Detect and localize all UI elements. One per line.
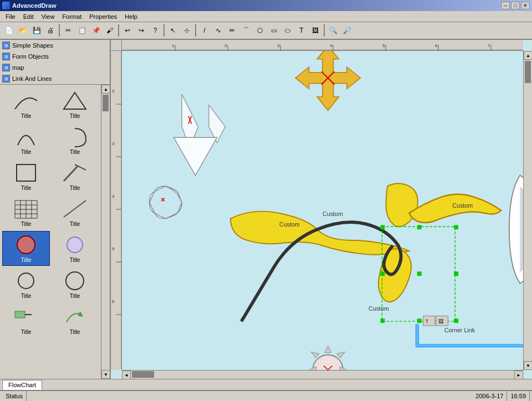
draw-line[interactable]: / xyxy=(198,24,211,37)
bottom-scroll-track xyxy=(131,371,514,379)
shape-cell-11[interactable]: Title xyxy=(2,267,50,302)
bottom-scrollbar[interactable]: ◄ ► xyxy=(122,370,523,379)
category-form-objects[interactable]: ⊞ Form Objects xyxy=(0,51,110,62)
cat-label-link: Link And Lines xyxy=(12,75,52,82)
shape-label-11: Title xyxy=(21,293,32,299)
shape-label-12: Title xyxy=(70,293,80,299)
menu-properties[interactable]: Properties xyxy=(86,12,120,21)
category-map[interactable]: ⊞ map xyxy=(0,62,110,73)
draw-curve[interactable]: ∿ xyxy=(212,24,225,37)
svg-rect-68 xyxy=(417,318,422,323)
shape-cell-3[interactable]: Title xyxy=(2,123,50,158)
tab-flowchart[interactable]: FlowChart xyxy=(2,380,42,390)
svg-text:T: T xyxy=(425,318,428,324)
shape-cell-5[interactable]: Title xyxy=(2,159,50,194)
shape-preview-9 xyxy=(12,234,40,256)
format-button[interactable]: 🖌 xyxy=(103,24,116,37)
print-button[interactable]: 🖨 xyxy=(44,24,57,37)
svg-text:5: 5 xyxy=(382,43,385,48)
scroll-bottom-left[interactable]: ◄ xyxy=(122,371,131,379)
redo-button[interactable]: ↪ xyxy=(135,24,148,37)
draw-arc[interactable]: ⌒ xyxy=(239,24,253,37)
menu-help[interactable]: Help xyxy=(121,12,141,21)
shape-preview-11 xyxy=(12,270,40,292)
draw-text[interactable]: T xyxy=(295,24,308,37)
shape-cell-6[interactable]: Title xyxy=(51,159,99,194)
zoom-out[interactable]: 🔎 xyxy=(340,24,354,37)
svg-text:3: 3 xyxy=(277,43,280,48)
ruler-top: 1 2 3 4 5 6 7 xyxy=(122,40,523,51)
draw-ellipse[interactable]: ⬭ xyxy=(281,24,294,37)
shape-preview-6 xyxy=(61,162,89,184)
shape-label-10: Title xyxy=(70,257,80,263)
copy-button[interactable]: 📋 xyxy=(75,24,89,37)
shape-label-13: Title xyxy=(21,329,32,335)
select-button[interactable]: ↖ xyxy=(166,24,180,37)
category-link-lines[interactable]: ⊞ Link And Lines xyxy=(0,73,110,84)
scroll-bottom-right[interactable]: ► xyxy=(514,371,523,379)
menu-file[interactable]: File xyxy=(2,12,19,21)
category-simple-shapes[interactable]: ⊞ Simple Shapes xyxy=(0,40,110,51)
scroll-down-btn[interactable]: ▼ xyxy=(101,370,110,379)
shape-cell-13[interactable]: Title xyxy=(2,303,50,338)
svg-text:🖼: 🖼 xyxy=(438,318,443,324)
shape-preview-7 xyxy=(12,198,40,220)
save-button[interactable]: 💾 xyxy=(30,24,43,37)
svg-text:7: 7 xyxy=(488,43,490,48)
svg-text:1: 1 xyxy=(172,43,175,48)
undo-button[interactable]: ↩ xyxy=(121,24,134,37)
svg-line-14 xyxy=(64,200,86,217)
cut-button[interactable]: ✂ xyxy=(62,24,75,37)
app-icon xyxy=(2,2,10,9)
shape-label-1: Title xyxy=(21,113,32,119)
menu-view[interactable]: View xyxy=(38,12,58,21)
draw-rect[interactable]: ▭ xyxy=(267,24,280,37)
open-button[interactable]: 📂 xyxy=(16,24,29,37)
right-scroll-thumb[interactable] xyxy=(525,61,531,83)
shape-cell-10[interactable]: Title xyxy=(51,231,99,266)
ruler-left: 2 3 4 5 6 xyxy=(111,51,122,370)
svg-point-16 xyxy=(67,237,83,253)
svg-text:Corner Link: Corner Link xyxy=(444,327,475,333)
canvas-area[interactable]: 1 2 3 4 5 6 7 2 3 xyxy=(111,40,532,379)
left-scrollbar[interactable]: ▲ ▼ xyxy=(101,85,110,379)
svg-rect-66 xyxy=(454,271,458,276)
shape-cell-1[interactable]: Title xyxy=(2,87,50,122)
maximize-button[interactable]: □ xyxy=(511,2,520,9)
close-button[interactable]: ✕ xyxy=(521,2,530,9)
bottom-scroll-thumb[interactable] xyxy=(132,371,154,378)
shape-label-2: Title xyxy=(70,113,80,119)
scroll-right-down[interactable]: ▼ xyxy=(524,361,532,370)
right-scroll-track xyxy=(524,60,532,361)
scroll-thumb[interactable] xyxy=(103,95,109,111)
draw-poly[interactable]: ⬡ xyxy=(253,24,267,37)
shape-cell-14[interactable]: Title xyxy=(51,303,99,338)
shape-cell-4[interactable]: Title xyxy=(51,123,99,158)
svg-text:6: 6 xyxy=(435,43,438,48)
select2-button[interactable]: ⊹ xyxy=(180,24,193,37)
shape-cell-9[interactable]: Title xyxy=(2,231,50,266)
titlebar-controls: ─ □ ✕ xyxy=(501,2,530,9)
cat-label-map: map xyxy=(12,64,24,71)
cat-icon-map: ⊞ xyxy=(2,64,10,71)
shape-cell-8[interactable]: Title xyxy=(51,195,99,230)
paste-button[interactable]: 📌 xyxy=(89,24,103,37)
right-scrollbar[interactable]: ▲ ▼ xyxy=(523,51,532,370)
svg-text:2: 2 xyxy=(112,89,115,94)
menu-edit[interactable]: Edit xyxy=(20,12,37,21)
shape-preview-8 xyxy=(61,198,89,220)
menu-format[interactable]: Format xyxy=(59,12,85,21)
svg-rect-69 xyxy=(454,318,458,323)
draw-free[interactable]: ✏ xyxy=(226,24,239,37)
drawing-canvas[interactable]: Custom Custom Custom xyxy=(122,51,523,370)
shape-cell-7[interactable]: Title xyxy=(2,195,50,230)
new-button[interactable]: 📄 xyxy=(2,24,16,37)
scroll-right-up[interactable]: ▲ xyxy=(524,51,532,60)
shape-cell-2[interactable]: Title xyxy=(51,87,99,122)
draw-image[interactable]: 🖼 xyxy=(309,24,322,37)
shape-cell-12[interactable]: Title xyxy=(51,267,99,302)
help-button[interactable]: ? xyxy=(149,24,162,37)
minimize-button[interactable]: ─ xyxy=(501,2,510,9)
scroll-up-btn[interactable]: ▲ xyxy=(101,85,110,94)
zoom-in[interactable]: 🔍 xyxy=(326,24,340,37)
